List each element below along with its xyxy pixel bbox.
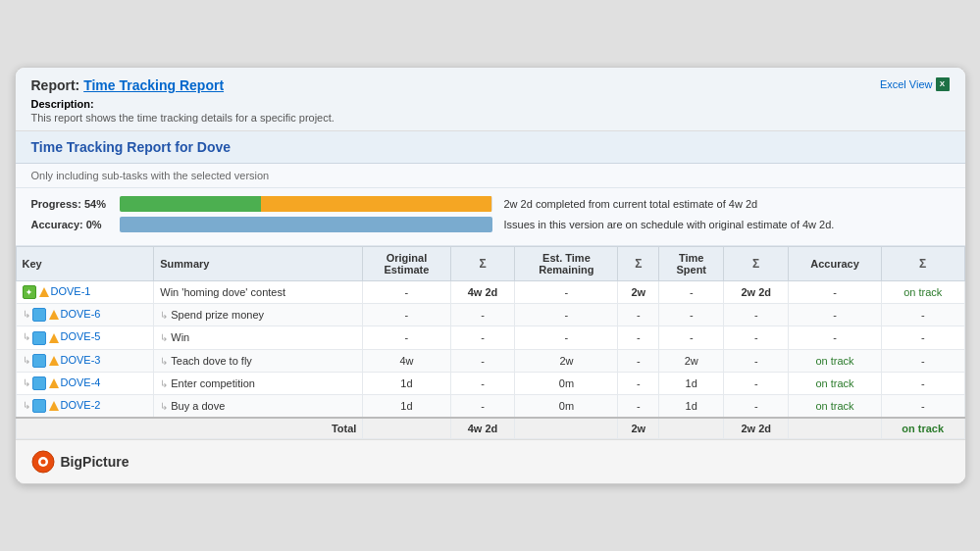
summary-cell: ↳Buy a dove xyxy=(154,394,363,418)
summary-cell: ↳Spend prize money xyxy=(154,304,363,326)
svg-marker-5 xyxy=(49,401,59,411)
summary-text: Buy a dove xyxy=(171,400,225,412)
progress-row: Progress: 54% 2w 2d completed from curre… xyxy=(31,196,950,212)
issue-key-link[interactable]: DOVE-2 xyxy=(61,399,101,411)
excel-icon: X xyxy=(936,77,950,91)
brand-name: BigPicture xyxy=(61,454,129,470)
priority-icon xyxy=(49,333,59,343)
progress-label: Progress: 54% xyxy=(31,198,120,210)
accuracy-bar-blue xyxy=(120,217,492,232)
subtask-icon xyxy=(32,354,46,368)
total-cell xyxy=(789,418,882,439)
report-title-link[interactable]: Time Tracking Report xyxy=(83,77,224,93)
indent-arrow: ↳ xyxy=(23,355,30,366)
summary-indent: ↳ xyxy=(160,332,168,343)
data-cell: - xyxy=(515,304,618,326)
svg-marker-1 xyxy=(49,310,59,320)
total-cell: 2w 2d xyxy=(724,418,789,439)
data-cell: 4w xyxy=(363,349,450,372)
summary-cell: Win 'homing dove' contest xyxy=(154,281,363,304)
data-cell: 1d xyxy=(363,394,450,418)
issue-key-link[interactable]: DOVE-4 xyxy=(61,376,101,388)
footer: BigPicture xyxy=(16,439,965,483)
subtitle: Only including sub-tasks with the select… xyxy=(16,164,965,188)
indent-arrow: ↳ xyxy=(23,309,30,320)
section-title: Time Tracking Report for Dove xyxy=(16,131,965,164)
description-text: This report shows the time tracking deta… xyxy=(31,112,335,124)
data-cell: - xyxy=(618,326,659,349)
data-cell: - xyxy=(450,326,515,349)
data-cell: - xyxy=(450,394,515,418)
priority-icon xyxy=(49,310,59,320)
report-label: Report: xyxy=(31,77,80,93)
data-cell: - xyxy=(363,326,450,349)
summary-indent: ↳ xyxy=(160,310,168,321)
col-summary: Summary xyxy=(154,247,363,281)
data-cell: - xyxy=(789,326,882,349)
table-row: ↳DOVE-5↳Win-------- xyxy=(16,326,964,349)
excel-view-label: Excel View xyxy=(880,78,933,90)
data-cell: - xyxy=(724,349,789,372)
table-row: ✦DOVE-1Win 'homing dove' contest-4w 2d-2… xyxy=(16,281,964,304)
key-cell: ↳DOVE-3 xyxy=(16,349,154,372)
issue-key-link[interactable]: DOVE-6 xyxy=(61,308,101,320)
summary-indent: ↳ xyxy=(160,378,168,389)
data-cell: - xyxy=(881,326,964,349)
data-cell: 4w 2d xyxy=(450,281,515,304)
issue-key-link[interactable]: DOVE-3 xyxy=(61,354,101,366)
data-cell: - xyxy=(659,281,724,304)
accuracy-row: Accuracy: 0% Issues in this version are … xyxy=(31,217,950,232)
summary-text: Teach dove to fly xyxy=(171,355,252,367)
data-cell: 1d xyxy=(659,372,724,394)
key-cell: ↳DOVE-4 xyxy=(16,372,154,394)
total-label: Total xyxy=(16,418,363,439)
accuracy-text: Issues in this version are on schedule w… xyxy=(504,219,950,230)
svg-marker-4 xyxy=(49,378,59,388)
data-cell: - xyxy=(789,304,882,326)
priority-icon xyxy=(49,378,59,388)
indent-arrow: ↳ xyxy=(23,377,30,388)
col-acc-sigma: Σ xyxy=(881,247,964,281)
progress-bar-green xyxy=(120,196,261,212)
data-cell: - xyxy=(618,394,659,418)
total-cell: 2w xyxy=(618,418,659,439)
accuracy-bar xyxy=(120,217,492,232)
data-cell: 1d xyxy=(363,372,450,394)
data-cell: 2w xyxy=(659,349,724,372)
data-cell: - xyxy=(618,372,659,394)
data-cell: 1d xyxy=(659,394,724,418)
key-cell: ↳DOVE-6 xyxy=(16,304,154,326)
excel-view-link[interactable]: Excel View X xyxy=(880,77,950,91)
data-cell: on track xyxy=(881,281,964,304)
data-cell: - xyxy=(659,304,724,326)
data-cell: - xyxy=(618,349,659,372)
svg-marker-2 xyxy=(49,333,59,343)
data-cell: - xyxy=(789,281,882,304)
tracking-table: Key Summary OriginalEstimate Σ Est. Time… xyxy=(16,246,965,439)
col-original-estimate: OriginalEstimate xyxy=(363,247,450,281)
table-row: ↳DOVE-6↳Spend prize money-------- xyxy=(16,304,964,326)
data-cell: 2w xyxy=(618,281,659,304)
data-cell: - xyxy=(724,372,789,394)
data-cell: on track xyxy=(789,349,882,372)
priority-icon xyxy=(49,401,59,411)
data-cell: - xyxy=(515,281,618,304)
data-cell: - xyxy=(881,304,964,326)
data-cell: - xyxy=(724,394,789,418)
summary-text: Win 'homing dove' contest xyxy=(160,286,285,298)
subtask-icon xyxy=(32,376,46,390)
key-cell: ↳DOVE-2 xyxy=(16,394,154,418)
description-label: Description: xyxy=(31,98,94,110)
col-key: Key xyxy=(16,247,154,281)
issue-key-link[interactable]: DOVE-1 xyxy=(51,285,91,297)
data-cell: - xyxy=(881,372,964,394)
data-cell: - xyxy=(881,394,964,418)
bigpicture-logo: BigPicture xyxy=(31,450,129,474)
issue-key-link[interactable]: DOVE-5 xyxy=(61,330,101,342)
col-accuracy: Accuracy xyxy=(789,247,882,281)
summary-cell: ↳Enter competition xyxy=(154,372,363,394)
data-cell: - xyxy=(450,372,515,394)
total-cell xyxy=(659,418,724,439)
data-cell: 2w xyxy=(515,349,618,372)
progress-text: 2w 2d completed from current total estim… xyxy=(504,198,950,210)
